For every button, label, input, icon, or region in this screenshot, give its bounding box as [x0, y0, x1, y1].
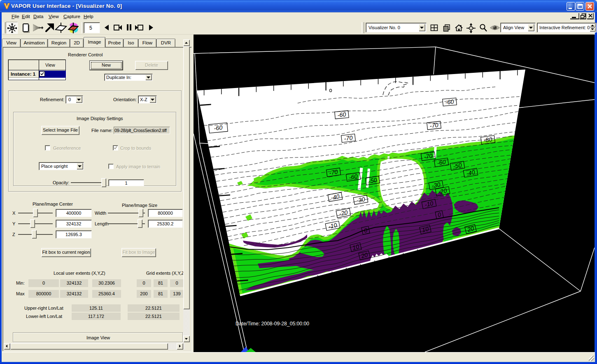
svg-text:-50: -50: [452, 162, 462, 169]
svg-text:-50: -50: [368, 176, 377, 184]
svg-text:-60: -60: [445, 98, 454, 106]
svg-text:-70: -70: [423, 153, 433, 160]
svg-text:-60: -60: [436, 159, 446, 167]
svg-text:Date/Time: 2008-09-28_05:00:00: Date/Time: 2008-09-28_05:00:00: [236, 321, 309, 327]
svg-text:-70: -70: [344, 134, 353, 142]
svg-text:-70: -70: [429, 122, 439, 129]
svg-text:-80: -80: [483, 136, 493, 144]
svg-text:-60: -60: [337, 111, 346, 118]
svg-text:-60: -60: [214, 124, 223, 132]
svg-text:-60: -60: [348, 173, 358, 181]
svg-text:-70: -70: [329, 169, 338, 176]
